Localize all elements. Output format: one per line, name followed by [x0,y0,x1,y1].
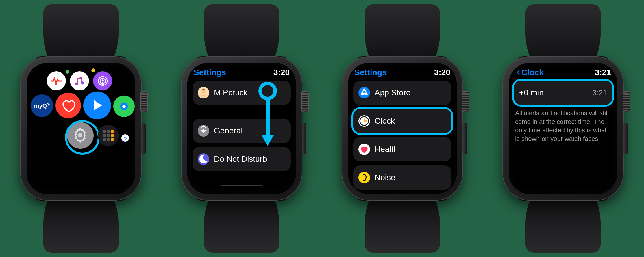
gear-icon [198,125,209,137]
watch-step-4: Clock 3:21 +0 min 3:21 All alerts and no… [491,4,635,253]
watch-case: myQ⦿ [20,56,142,201]
settings-list[interactable]: App Store Clock Health [353,81,451,181]
memoji-icon [198,87,209,98]
home-indicator [221,185,262,186]
watch-case: Settings 3:20 M Potuck [181,56,302,201]
settings-list[interactable]: M Potuck General [193,81,291,171]
health-row[interactable]: Health [353,137,451,161]
digital-crown[interactable] [623,91,630,112]
app-shortcuts[interactable] [83,92,111,119]
screen-title: Settings [354,68,387,77]
app-dot [91,68,95,72]
watch-screen: Clock 3:21 +0 min 3:21 All alerts and no… [509,63,617,194]
profile-name: M Potuck [214,88,286,97]
digital-crown[interactable] [462,91,469,112]
app-music[interactable] [70,71,89,90]
watch-step-3: Settings 3:20 App Store [330,4,475,253]
status-bar: Clock 3:21 [514,68,612,79]
back-button[interactable]: Clock [515,68,544,77]
clock-time: 3:20 [434,68,450,77]
general-label: General [214,126,286,135]
dnd-label: Do Not Disturb [214,154,286,164]
side-button[interactable] [623,123,628,154]
watch-screen: Settings 3:20 App Store [348,63,457,194]
app-myq[interactable]: myQ⦿ [31,94,53,117]
highlight-settings-icon [65,120,100,155]
noise-label: Noise [375,173,446,182]
list-spacer [193,109,291,115]
offset-description: All alerts and notifications will still … [514,105,612,143]
profile-row[interactable]: M Potuck [193,81,291,105]
noise-row[interactable]: Noise [353,165,451,190]
side-button[interactable] [462,123,467,154]
clock-time: 3:20 [273,68,290,77]
digital-crown[interactable] [301,91,309,112]
watch-case: Settings 3:20 App Store [342,56,463,201]
back-label: Clock [521,68,544,77]
status-bar: Settings 3:20 [193,68,291,79]
offset-label: +0 min [519,88,544,97]
app-podcasts[interactable] [93,71,112,90]
side-button[interactable] [302,123,306,154]
app-heartrate[interactable] [55,93,81,118]
clock-icon [358,115,370,127]
watch-screen: myQ⦿ [27,63,135,194]
app-findmy[interactable] [113,96,135,117]
chevron-left-icon [515,69,521,76]
noise-icon [358,172,370,183]
screen-title: Settings [194,68,226,77]
health-icon [358,144,370,155]
clock-time: 3:21 [595,68,611,77]
app-dot [66,70,69,74]
appstore-label: App Store [375,88,446,97]
clock-row[interactable]: Clock [353,109,451,133]
app-calculator[interactable] [98,125,119,146]
appstore-row[interactable]: App Store [353,81,451,105]
appstore-icon [358,87,370,98]
watch-step-2: Settings 3:20 M Potuck [169,4,314,253]
side-button[interactable] [141,123,146,154]
offset-preview-time: 3:21 [592,88,607,97]
app-maps[interactable] [121,134,129,142]
app-ecg[interactable] [47,71,66,90]
watch-step-1: myQ⦿ [9,4,153,253]
general-row[interactable]: General [193,119,291,143]
dnd-row[interactable]: Do Not Disturb [193,147,291,171]
app-grid[interactable]: myQ⦿ [27,63,135,194]
svg-point-2 [102,79,104,81]
status-bar: Settings 3:20 [353,68,451,79]
digital-crown[interactable] [140,91,148,112]
health-label: Health [375,145,446,154]
watch-case: Clock 3:21 +0 min 3:21 All alerts and no… [502,56,624,201]
watch-screen: Settings 3:20 M Potuck [187,63,296,194]
svg-point-4 [122,105,125,108]
tutorial-row: myQ⦿ [0,0,644,257]
moon-icon [198,153,209,165]
clock-label: Clock [375,116,446,126]
time-offset-row[interactable]: +0 min 3:21 [514,81,612,105]
